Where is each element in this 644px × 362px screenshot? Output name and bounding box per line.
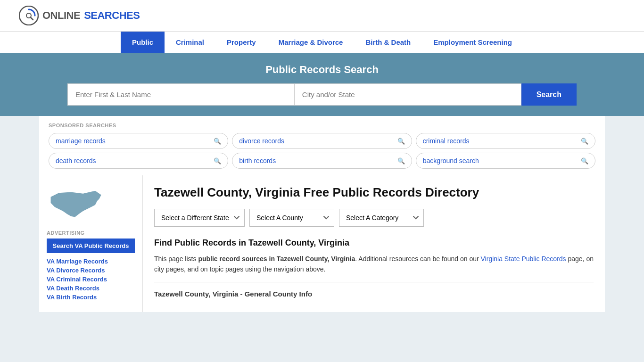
logo-text-online: ONLINE <box>42 9 80 22</box>
category-dropdown[interactable]: Select A Category <box>339 209 424 227</box>
nav-birth-death[interactable]: Birth & Death <box>354 32 422 53</box>
sidebar-link-birth[interactable]: VA Birth Records <box>47 294 135 301</box>
dropdowns-row: Select a Different State Select A County… <box>154 209 594 227</box>
page-title: Tazewell County, Virginia Free Public Re… <box>154 185 594 200</box>
desc-part1: This page lists <box>154 255 198 263</box>
virginia-map <box>47 185 103 221</box>
sidebar-ad-label: Advertising <box>47 230 135 236</box>
sponsored-item-background-label: background search <box>423 157 479 165</box>
sponsored-section: SPONSORED SEARCHES marriage records 🔍 di… <box>30 116 614 175</box>
svg-line-2 <box>31 17 33 20</box>
search-icon-death: 🔍 <box>214 157 221 165</box>
sponsored-item-marriage-label: marriage records <box>56 137 106 145</box>
search-icon-background: 🔍 <box>581 157 588 165</box>
site-header: ONLINESEARCHES <box>0 0 644 32</box>
search-icon-divorce: 🔍 <box>397 138 405 145</box>
sponsored-item-birth-label: birth records <box>239 157 276 165</box>
sponsored-item-divorce-label: divorce records <box>239 137 284 145</box>
sponsored-wrapper: SPONSORED SEARCHES marriage records 🔍 di… <box>39 116 605 175</box>
nav-marriage-divorce[interactable]: Marriage & Divorce <box>267 32 355 53</box>
search-icon-criminal: 🔍 <box>581 138 588 145</box>
sponsored-item-divorce[interactable]: divorce records 🔍 <box>232 133 412 149</box>
main-content: Tazewell County, Virginia Free Public Re… <box>143 175 605 312</box>
sidebar-link-marriage[interactable]: VA Marriage Records <box>47 258 135 265</box>
sponsored-grid: marriage records 🔍 divorce records 🔍 cri… <box>49 133 595 169</box>
search-banner-title: Public Records Search <box>19 64 625 76</box>
desc-bold: public record sources in Tazewell County… <box>198 255 355 263</box>
sidebar-link-divorce[interactable]: VA Divorce Records <box>47 267 135 274</box>
search-icon-marriage: 🔍 <box>214 138 221 145</box>
search-icon-birth: 🔍 <box>397 157 405 165</box>
search-form: Search <box>67 83 577 106</box>
general-info-title: Tazewell County, Virginia - General Coun… <box>154 290 594 298</box>
sponsored-label: SPONSORED SEARCHES <box>49 123 595 128</box>
sponsored-item-birth[interactable]: birth records 🔍 <box>232 153 412 169</box>
search-location-input[interactable] <box>294 83 521 106</box>
desc-link[interactable]: Virginia State Public Records <box>481 255 566 263</box>
sidebar-links: VA Marriage Records VA Divorce Records V… <box>47 258 135 301</box>
sponsored-item-marriage[interactable]: marriage records 🔍 <box>49 133 228 149</box>
logo-icon <box>19 6 39 25</box>
sidebar: Advertising Search VA Public Records VA … <box>39 175 143 312</box>
desc-part2: . Additional resources can be found on o… <box>355 255 480 263</box>
search-button[interactable]: Search <box>521 83 577 106</box>
county-dropdown[interactable]: Select A County <box>249 209 334 227</box>
content-section: Advertising Search VA Public Records VA … <box>30 175 614 312</box>
sponsored-item-criminal-label: criminal records <box>423 137 470 145</box>
state-dropdown[interactable]: Select a Different State <box>154 209 245 227</box>
sponsored-item-background[interactable]: background search 🔍 <box>416 153 595 169</box>
description-text: This page lists public record sources in… <box>154 254 594 275</box>
sidebar-ad-button[interactable]: Search VA Public Records <box>47 239 135 253</box>
sponsored-item-death[interactable]: death records 🔍 <box>49 153 228 169</box>
nav-property[interactable]: Property <box>215 32 267 53</box>
main-nav: Public Criminal Property Marriage & Divo… <box>0 32 644 53</box>
section-divider <box>154 282 594 282</box>
sidebar-link-death[interactable]: VA Death Records <box>47 285 135 292</box>
nav-public[interactable]: Public <box>121 32 165 53</box>
logo[interactable]: ONLINESEARCHES <box>19 6 140 25</box>
nav-criminal[interactable]: Criminal <box>165 32 215 53</box>
find-records-title: Find Public Records in Tazewell County, … <box>154 238 594 248</box>
sidebar-link-criminal[interactable]: VA Criminal Records <box>47 276 135 283</box>
sponsored-item-death-label: death records <box>56 157 96 165</box>
nav-employment[interactable]: Employment Screening <box>422 32 523 53</box>
description: This page lists public record sources in… <box>154 254 594 275</box>
search-name-input[interactable] <box>67 83 294 106</box>
search-banner: Public Records Search Search <box>0 53 644 116</box>
sponsored-item-criminal[interactable]: criminal records 🔍 <box>416 133 595 149</box>
content-area: Advertising Search VA Public Records VA … <box>39 175 605 312</box>
logo-text-searches: SEARCHES <box>84 9 140 22</box>
